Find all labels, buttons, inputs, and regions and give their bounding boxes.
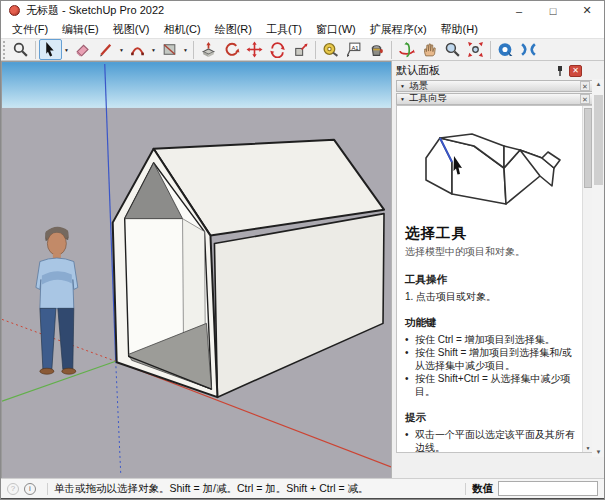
tray-section-instructor[interactable]: ▼ 工具向导 ✕: [396, 93, 594, 105]
eraser-tool-button[interactable]: [71, 39, 94, 60]
instructor-content: 选择工具 选择模型中的项目和对象。 工具操作 1. 点击项目或对象。 功能键 •…: [397, 106, 582, 452]
section-arrow-icon: ▼: [400, 96, 405, 102]
extension-warehouse-button[interactable]: [517, 39, 540, 60]
section-close-icon[interactable]: ✕: [580, 94, 590, 104]
orbit-tool-button[interactable]: [395, 39, 418, 60]
arc-dropdown-arrow[interactable]: ▼: [149, 39, 158, 60]
text-tool-button[interactable]: A1: [342, 39, 365, 60]
maximize-button[interactable]: □: [536, 1, 570, 20]
search-tool-button[interactable]: [9, 39, 32, 60]
minimize-button[interactable]: –: [502, 1, 536, 20]
tape-measure-tool-button[interactable]: [319, 39, 342, 60]
instructor-tips-section: 提示 •双击一个平面以选定该平面及其所有边线。 •双击一条边线以选定该边线及与其…: [405, 411, 578, 452]
section-close-icon[interactable]: ✕: [580, 81, 590, 91]
search-icon: [12, 41, 29, 58]
tray-header: 默认面板 ✕: [396, 63, 582, 78]
menu-extensions[interactable]: 扩展程序(x): [363, 20, 434, 39]
tips-heading: 提示: [405, 411, 578, 425]
tray-title: 默认面板: [396, 63, 440, 78]
instructor-modifiers-section: 功能键 •按住 Ctrl = 增加项目到选择集。 •按住 Shift = 增加项…: [405, 316, 578, 398]
status-message: 单击或拖动以选择对象。Shift = 加/减。Ctrl = 加。Shift + …: [54, 482, 368, 496]
scrollbar-thumb[interactable]: [584, 108, 592, 188]
model-viewport[interactable]: [1, 61, 391, 478]
rotate-tool-button[interactable]: [266, 39, 289, 60]
menu-window[interactable]: 窗口(W): [309, 20, 363, 39]
paint-bucket-icon: [368, 41, 385, 58]
getting-started-toolbar: ▼ ▼ ▼ ▼ A1: [1, 38, 604, 61]
modifier-item: •按住 Shift+Ctrl = 从选择集中减少项目。: [405, 372, 578, 398]
geolocation-icon[interactable]: ?: [7, 483, 19, 495]
eraser-icon: [74, 41, 91, 58]
default-tray-panel: 默认面板 ✕ ▼ 场景 ✕ ▼ 工具向导 ✕: [391, 61, 605, 478]
rectangle-tool-button[interactable]: [158, 39, 181, 60]
push-pull-icon: [200, 41, 217, 58]
sky-background: [2, 62, 391, 108]
menu-tools[interactable]: 工具(T): [259, 20, 309, 39]
line-dropdown-arrow[interactable]: ▼: [117, 39, 126, 60]
tip-item: •双击一个平面以选定该平面及其所有边线。: [405, 428, 578, 452]
measurements-label: 数值: [472, 482, 493, 496]
section-label-instructor: 工具向导: [409, 92, 447, 105]
menu-file[interactable]: 文件(F): [5, 20, 55, 39]
tray-close-button[interactable]: ✕: [569, 65, 582, 77]
operation-heading: 工具操作: [405, 273, 578, 287]
warehouse-button[interactable]: [494, 39, 517, 60]
follow-me-tool-button[interactable]: [220, 39, 243, 60]
arc-tool-button[interactable]: [126, 39, 149, 60]
menu-view[interactable]: 视图(V): [106, 20, 157, 39]
menu-edit[interactable]: 编辑(E): [55, 20, 106, 39]
menu-bar: 文件(F) 编辑(E) 视图(V) 相机(C) 绘图(R) 工具(T) 窗口(W…: [1, 20, 604, 38]
pan-tool-button[interactable]: [418, 39, 441, 60]
zoom-tool-button[interactable]: [441, 39, 464, 60]
statusbar-separator: [47, 483, 48, 495]
toolbar-separator: [490, 41, 491, 59]
select-dropdown-arrow[interactable]: ▼: [62, 39, 71, 60]
menu-camera[interactable]: 相机(C): [156, 20, 207, 39]
pencil-line-icon: [97, 41, 114, 58]
3d-warehouse-icon: [497, 41, 514, 58]
extension-warehouse-icon: [520, 41, 537, 58]
text-label-icon: A1: [345, 41, 362, 58]
pan-hand-icon: [421, 41, 438, 58]
scroll-up-icon[interactable]: ▲: [592, 81, 605, 87]
paint-bucket-tool-button[interactable]: [365, 39, 388, 60]
scale-tool-button[interactable]: [289, 39, 312, 60]
scrollbar-thumb[interactable]: [594, 95, 603, 185]
pin-icon[interactable]: [555, 65, 565, 77]
select-arrow-icon: [42, 41, 59, 58]
move-icon: [246, 41, 263, 58]
sketchup-logo-icon: [9, 5, 20, 16]
move-tool-button[interactable]: [243, 39, 266, 60]
info-icon[interactable]: i: [24, 483, 36, 495]
section-arrow-icon: ▼: [400, 83, 405, 89]
main-area: 默认面板 ✕ ▼ 场景 ✕ ▼ 工具向导 ✕: [1, 61, 605, 478]
operation-item: 1. 点击项目或对象。: [405, 290, 578, 303]
close-button[interactable]: ✕: [570, 1, 604, 20]
toolbar-grip[interactable]: [3, 41, 7, 59]
scale-icon: [292, 41, 309, 58]
instructor-operation-section: 工具操作 1. 点击项目或对象。: [405, 273, 578, 303]
line-tool-button[interactable]: [94, 39, 117, 60]
measurements-input[interactable]: [498, 481, 598, 496]
select-tool-button[interactable]: [39, 39, 62, 60]
toolbar-separator: [391, 41, 392, 59]
modifier-item: •按住 Shift = 增加项目到选择集和/或从选择集中减少项目。: [405, 346, 578, 372]
statusbar-separator: [465, 483, 466, 495]
sketchup-window: { "window": { "title": "无标题 - SketchUp P…: [0, 0, 605, 500]
zoom-extents-button[interactable]: [464, 39, 487, 60]
tray-scrollbar[interactable]: ▲ ▼: [592, 79, 605, 457]
scroll-down-icon[interactable]: ▼: [592, 449, 605, 455]
measurements-box: 数值: [459, 481, 598, 496]
push-pull-tool-button[interactable]: [197, 39, 220, 60]
title-bar: 无标题 - SketchUp Pro 2022 – □ ✕: [1, 1, 604, 20]
window-controls: – □ ✕: [502, 1, 604, 20]
instructor-title: 选择工具: [405, 224, 578, 243]
instructor-panel: 选择工具 选择模型中的项目和对象。 工具操作 1. 点击项目或对象。 功能键 •…: [396, 105, 594, 453]
rectangle-dropdown-arrow[interactable]: ▼: [181, 39, 190, 60]
toolbar-separator: [315, 41, 316, 59]
section-label-scenes: 场景: [409, 80, 428, 93]
menu-draw[interactable]: 绘图(R): [208, 20, 259, 39]
rectangle-icon: [161, 41, 178, 58]
tray-section-scenes[interactable]: ▼ 场景 ✕: [396, 80, 594, 92]
menu-help[interactable]: 帮助(H): [434, 20, 485, 39]
